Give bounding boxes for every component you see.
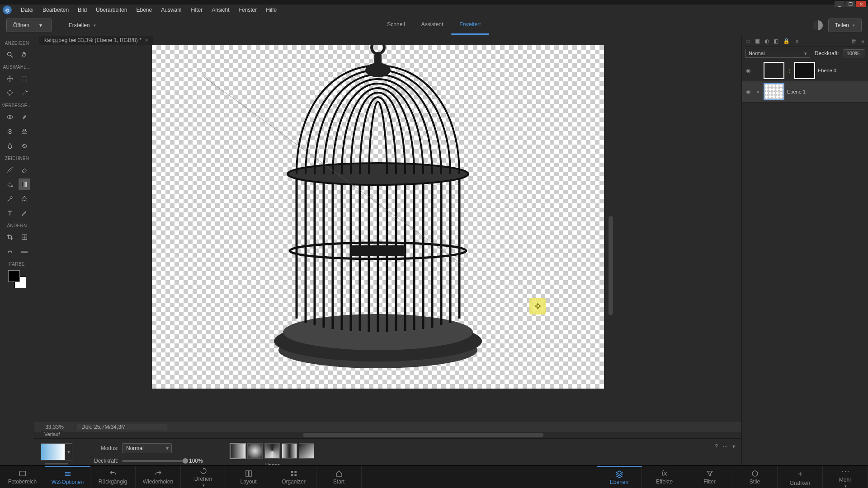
gradient-preset-dropdown-icon[interactable]: ▾ <box>65 443 72 460</box>
shape-tool-icon[interactable] <box>19 193 30 205</box>
adjust-layer-icon[interactable]: ◐ <box>764 38 769 44</box>
layer-mask-thumbnail[interactable] <box>794 62 815 79</box>
share-button[interactable]: Teilen ▾ <box>828 19 862 32</box>
bb-stile[interactable]: Stile <box>732 466 778 488</box>
menu-hilfe[interactable]: Hilfe <box>261 5 281 15</box>
zoom-readout[interactable]: 33,33% <box>34 424 75 430</box>
layer-visibility-icon[interactable]: ◉ <box>745 89 752 95</box>
lock-layer-icon[interactable]: 🔒 <box>783 38 790 44</box>
bb-grafiken[interactable]: ＋Grafiken <box>778 466 823 488</box>
bb-drehen[interactable]: Drehen▾ <box>181 466 226 488</box>
menu-ueberarbeiten[interactable]: Überarbeiten <box>91 5 132 15</box>
layer-row-0[interactable]: ◉ ⋮ Ebene 0 <box>742 60 868 81</box>
delete-layer-icon[interactable]: 🗑 <box>851 38 857 44</box>
straighten-tool-icon[interactable] <box>19 246 30 258</box>
layer-row-1[interactable]: ◉ ⚭ Ebene 1 <box>742 81 868 103</box>
canvas-viewport[interactable]: ✥ <box>34 45 741 422</box>
clone-stamp-icon[interactable] <box>19 126 30 137</box>
bb-mehr[interactable]: ⋯Mehr▾ <box>823 466 868 488</box>
crop-tool-icon[interactable] <box>4 231 16 243</box>
document-tab[interactable]: Käfig.jpeg bei 33,3% (Ebene 1, RGB/8) * … <box>39 36 153 45</box>
document-canvas[interactable] <box>152 45 604 389</box>
wand-tool-icon[interactable] <box>19 87 30 99</box>
hand-tool-icon[interactable] <box>19 49 30 61</box>
layer-group-icon[interactable]: ▣ <box>755 38 760 44</box>
move-tool-icon[interactable] <box>4 73 16 84</box>
layer-link-icon[interactable]: ⚭ <box>755 89 761 94</box>
pencil-tool-icon[interactable] <box>19 207 30 219</box>
window-minimize[interactable]: _ <box>835 1 844 7</box>
menu-fenster[interactable]: Fenster <box>234 5 262 15</box>
options-more-icon[interactable]: ⋯ <box>722 443 728 450</box>
brush-tool-icon[interactable] <box>4 164 16 176</box>
new-layer-icon[interactable]: ▭ <box>745 38 750 44</box>
gradient-type-reflected[interactable] <box>282 443 297 459</box>
create-dropdown-icon[interactable]: ▾ <box>94 23 96 28</box>
bb-rueckgaengig[interactable]: Rückgängig <box>90 466 136 488</box>
blend-mode-select[interactable]: Normal <box>745 49 810 58</box>
options-collapse-icon[interactable]: ▾ <box>732 443 735 450</box>
theme-toggle-icon[interactable] <box>813 20 823 30</box>
share-dropdown-icon[interactable]: ▾ <box>853 23 855 28</box>
tab-erweitert[interactable]: Erweitert <box>451 15 489 35</box>
content-move-icon[interactable] <box>4 246 16 258</box>
opacity-slider-thumb[interactable] <box>183 458 188 464</box>
gradient-type-linear[interactable] <box>230 443 245 459</box>
sponge-tool-icon[interactable] <box>19 140 30 152</box>
bb-fotobereich[interactable]: Fotobereich <box>0 466 45 488</box>
tab-assistent[interactable]: Assistent <box>413 15 452 35</box>
horizontal-scrollbar[interactable] <box>34 432 741 438</box>
open-button[interactable]: Öffnen ▾ <box>6 19 52 32</box>
opacity-slider[interactable] <box>122 460 185 462</box>
menu-auswahl[interactable]: Auswahl <box>156 5 186 15</box>
marquee-tool-icon[interactable] <box>19 73 30 84</box>
bb-effekte[interactable]: fxEffekte <box>642 466 687 488</box>
menu-datei[interactable]: Datei <box>16 5 38 15</box>
bb-ebenen[interactable]: Ebenen <box>597 466 642 488</box>
recompose-tool-icon[interactable] <box>19 231 30 243</box>
options-help-icon[interactable]: ? <box>715 443 718 450</box>
create-button[interactable]: Erstellen ▾ <box>62 19 102 32</box>
gradient-preview[interactable] <box>41 443 65 460</box>
panel-menu-icon[interactable]: ≡ <box>861 38 864 44</box>
bb-wiederholen[interactable]: Wiederholen <box>136 466 181 488</box>
layer-opacity-value[interactable]: 100% <box>844 49 864 57</box>
heal-tool-icon[interactable] <box>19 111 30 123</box>
bb-organizer[interactable]: Organizer <box>271 466 316 488</box>
window-close[interactable]: ✕ <box>856 1 866 7</box>
vertical-scroll-thumb[interactable] <box>609 216 613 315</box>
layer-thumbnail[interactable] <box>764 62 784 79</box>
gradient-type-radial[interactable] <box>247 443 263 459</box>
layer-mask-link-icon[interactable]: ⋮ <box>787 68 792 73</box>
document-tab-close-icon[interactable]: × <box>145 37 148 43</box>
blur-tool-icon[interactable] <box>4 140 16 152</box>
text-tool-icon[interactable] <box>4 207 16 219</box>
vertical-scrollbar[interactable] <box>608 80 614 374</box>
tab-schnell[interactable]: Schnell <box>379 15 413 35</box>
color-swatches[interactable] <box>8 270 26 288</box>
eyedropper-tool-icon[interactable] <box>4 193 16 205</box>
zoom-tool-icon[interactable] <box>4 49 16 61</box>
bb-start[interactable]: Start <box>316 466 362 488</box>
eye-tool-icon[interactable] <box>4 111 16 123</box>
menu-filter[interactable]: Filter <box>186 5 208 15</box>
layer-name[interactable]: Ebene 1 <box>787 89 865 94</box>
lasso-tool-icon[interactable] <box>4 87 16 99</box>
menu-ansicht[interactable]: Ansicht <box>207 5 234 15</box>
horizontal-scroll-thumb[interactable] <box>303 433 543 437</box>
layer-name[interactable]: Ebene 0 <box>818 68 865 73</box>
layer-thumbnail[interactable] <box>764 83 784 100</box>
bb-layout[interactable]: Layout <box>226 466 271 488</box>
menu-ebene[interactable]: Ebene <box>132 5 156 15</box>
bb-wz-optionen[interactable]: WZ-Optionen <box>45 466 90 488</box>
layer-visibility-icon[interactable]: ◉ <box>745 67 752 74</box>
fx-icon[interactable]: fx <box>794 38 798 44</box>
mask-icon[interactable]: ◧ <box>774 38 778 44</box>
bb-filter[interactable]: Filter <box>687 466 732 488</box>
mode-select[interactable]: Normal <box>122 443 172 453</box>
window-maximize[interactable]: ❐ <box>845 1 855 7</box>
gradient-type-angle[interactable] <box>264 443 280 459</box>
open-dropdown-icon[interactable]: ▾ <box>37 22 45 28</box>
gradient-type-diamond[interactable] <box>299 443 314 459</box>
gradient-tool-icon[interactable] <box>19 178 30 190</box>
